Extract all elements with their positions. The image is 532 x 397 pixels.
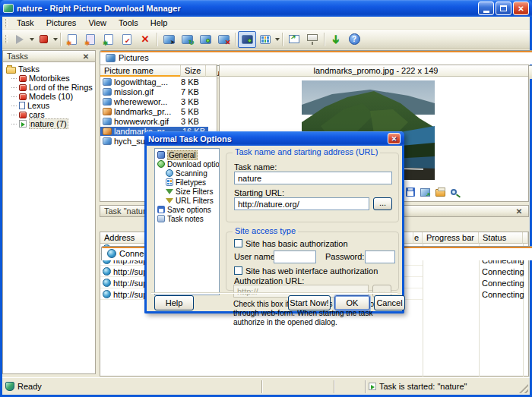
stop-task-button[interactable]	[34, 31, 52, 48]
tasks-panel-close-icon[interactable]: ✕	[81, 52, 91, 61]
menu-tools[interactable]: Tools	[112, 17, 144, 28]
export-icon	[289, 35, 299, 43]
presentation-button[interactable]	[303, 31, 321, 48]
download-button[interactable]: ➔	[327, 31, 345, 48]
toolbar-grip[interactable]	[5, 35, 8, 43]
tree-item-motorbikes[interactable]: Motorbikes	[3, 74, 95, 83]
task-name-group-legend: Task name and starting address (URL)	[233, 147, 380, 156]
globe-icon	[103, 279, 111, 287]
web-auth-checkbox[interactable]	[234, 266, 242, 275]
password-input[interactable]	[365, 250, 395, 263]
ready-icon	[5, 382, 14, 391]
column-empty	[206, 65, 217, 77]
help-button[interactable]: ?	[345, 31, 363, 48]
dialog-tree-size-filters[interactable]: Size Filters	[155, 187, 219, 196]
picture-row[interactable]: howwework.gif3 KB	[100, 116, 217, 126]
column-picture-name[interactable]: Picture name	[100, 65, 181, 77]
refresh-pictures-icon: ↻	[182, 35, 193, 44]
browse-url-button[interactable]: ...	[373, 197, 392, 210]
cancel-button[interactable]: Cancel	[374, 295, 405, 310]
view-dropdown-icon[interactable]	[275, 38, 280, 41]
save-icon[interactable]	[406, 187, 415, 197]
dialog-title: Normal Task Options	[148, 134, 232, 143]
preview-panel-toggle-button[interactable]	[238, 31, 256, 48]
menu-pictures[interactable]: Pictures	[40, 17, 83, 28]
tree-item-nature[interactable]: nature (7)	[3, 119, 95, 128]
column-empty	[523, 232, 528, 244]
stop-dropdown-icon[interactable]	[53, 38, 58, 41]
image-icon	[103, 108, 112, 115]
tree-item-models[interactable]: Models (10)	[3, 92, 95, 101]
delete-task-button[interactable]: ✕	[136, 31, 154, 48]
task-name-input[interactable]: nature	[234, 172, 392, 184]
dialog-tree-filetypes[interactable]: Filetypes	[155, 178, 219, 187]
preview-title: landmarks_promo.jpg - 222 x 149	[220, 65, 528, 77]
select-pictures-button[interactable]: ➤	[160, 31, 178, 48]
picture-row[interactable]: wherewewor...3 KB	[100, 96, 217, 106]
menu-help[interactable]: Help	[144, 17, 174, 28]
pictures-tab-icon	[106, 54, 116, 62]
maximize-button[interactable]	[496, 2, 511, 15]
column-partial[interactable]: e	[413, 232, 423, 244]
tree-item-lord-of-the-rings[interactable]: Lord of the Rings	[3, 83, 95, 92]
edit-image-icon[interactable]	[420, 188, 430, 197]
user-name-input[interactable]	[274, 250, 316, 263]
starting-url-label: Starting URL:	[234, 188, 284, 197]
new-picture-task-icon	[104, 34, 113, 45]
start-now-button[interactable]: Start Now!	[288, 295, 331, 310]
column-progress-bar[interactable]: Progress bar	[423, 232, 479, 244]
url-filters-icon	[166, 198, 173, 203]
size-filters-icon	[166, 189, 173, 194]
connections-icon	[107, 249, 116, 258]
tab-pictures[interactable]: Pictures	[100, 50, 532, 65]
menu-view[interactable]: View	[82, 17, 112, 28]
print-icon[interactable]	[435, 189, 445, 197]
dialog-tree-url-filters[interactable]: URL Filters	[155, 196, 219, 205]
menu-grip[interactable]	[5, 19, 8, 27]
image-icon	[103, 88, 112, 96]
thumbnail-view-button[interactable]	[256, 31, 274, 48]
starting-url-input[interactable]: http://nature.org/	[234, 197, 369, 210]
zoom-icon[interactable]	[451, 189, 457, 195]
task-panel-close-icon[interactable]: ✕	[514, 207, 524, 216]
minimize-button[interactable]	[478, 2, 494, 15]
verify-task-button[interactable]	[118, 31, 136, 48]
column-status[interactable]: Status	[479, 232, 523, 244]
new-task-button[interactable]	[63, 31, 81, 48]
dialog-help-button[interactable]: Help	[154, 295, 194, 310]
folder-icon	[6, 67, 16, 74]
dialog-tree-task-notes[interactable]: Task notes	[155, 214, 219, 223]
export-button[interactable]	[285, 31, 303, 48]
delete-pictures-icon: ✕	[218, 35, 230, 44]
delete-pictures-button[interactable]: ✕	[214, 31, 233, 48]
connection-status: Connecting	[482, 266, 524, 277]
separator	[157, 33, 157, 46]
dialog-title-bar: Normal Task Options ✕	[144, 131, 404, 146]
image-icon	[103, 98, 112, 106]
menu-task[interactable]: Task	[11, 17, 40, 28]
column-size[interactable]: Size	[181, 65, 206, 77]
task-stopped-icon	[19, 112, 27, 118]
task-started-icon	[369, 383, 376, 390]
picture-row[interactable]: logowithtag_...8 KB	[100, 77, 217, 87]
ok-button[interactable]: OK	[334, 295, 370, 310]
start-task-button[interactable]	[11, 31, 29, 48]
copy-pictures-button[interactable]	[196, 31, 214, 48]
picture-row[interactable]: mission.gif7 KB	[100, 87, 217, 96]
new-task-wizard-button[interactable]	[81, 31, 100, 48]
picture-row[interactable]: landmarks_pr...5 KB	[100, 106, 217, 116]
tree-item-lexus[interactable]: Lexus	[3, 101, 95, 110]
dialog-close-button[interactable]: ✕	[388, 133, 401, 144]
dialog-tree-download-options[interactable]: Download options	[155, 159, 219, 169]
new-picture-task-button[interactable]	[100, 31, 118, 48]
separator	[282, 33, 283, 46]
dialog-tree-general[interactable]: General	[155, 150, 219, 159]
menu-bar: Task Pictures View Tools Help	[2, 17, 530, 30]
image-icon	[103, 137, 112, 145]
close-button[interactable]: ✕	[513, 2, 529, 15]
dialog-tree-scanning[interactable]: Scanning	[155, 169, 219, 178]
basic-auth-checkbox[interactable]	[234, 239, 242, 247]
tree-item-tasks[interactable]: Tasks	[3, 65, 95, 74]
dialog-tree-save-options[interactable]: Save options	[155, 205, 219, 214]
refresh-pictures-button[interactable]: ↻	[178, 31, 196, 48]
